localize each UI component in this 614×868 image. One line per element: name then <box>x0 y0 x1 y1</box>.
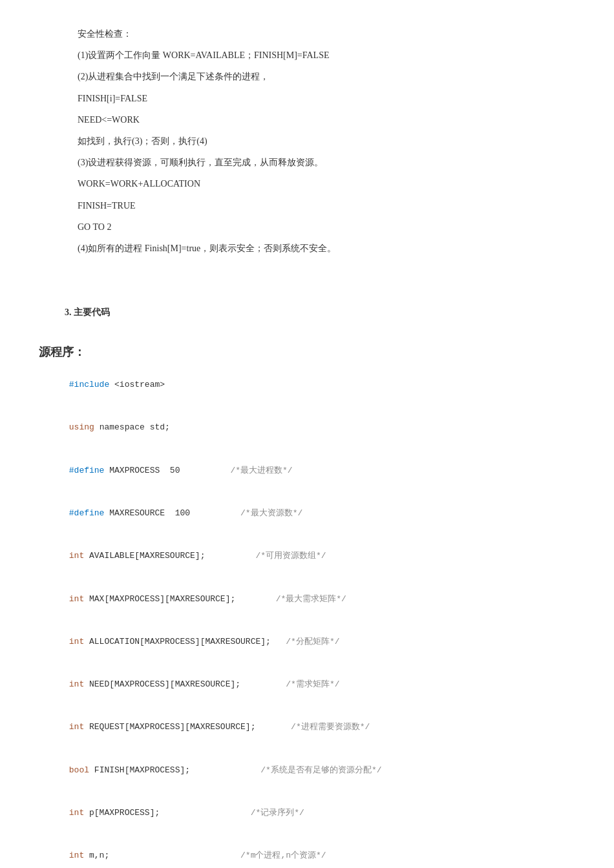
spacer3 <box>39 325 575 338</box>
code-line-max: int MAX[MAXPROCESS][MAXRESOURCE]; /*最大需求… <box>39 577 575 620</box>
code-line-available: int AVAILABLE[MAXRESOURCE]; /*可用资源数组*/ <box>39 535 575 577</box>
code-line-using: using namespace std; <box>39 406 575 449</box>
section-label: 主要代码 <box>74 307 110 317</box>
intro-line-5: (3)设进程获得资源，可顺利执行，直至完成，从而释放资源。 <box>78 154 575 170</box>
intro-title: 安全性检查： <box>78 26 575 42</box>
intro-line-2: (2)从进程集合中找到一个满足下述条件的进程， <box>78 68 575 85</box>
intro-line-finish-false: FINISH[i]=FALSE <box>78 90 575 107</box>
intro-line-4: 如找到，执行(3)；否则，执行(4) <box>78 133 575 149</box>
intro-section: 安全性检查： (1)设置两个工作向量 WORK=AVAILABLE；FINISH… <box>39 26 575 256</box>
code-block: #include <iostream> using namespace std;… <box>39 364 575 868</box>
code-line-finish: bool FINISH[MAXPROCESS]; /*系统是否有足够的资源分配*… <box>39 749 575 792</box>
code-line-include: #include <iostream> <box>39 364 575 406</box>
code-line-request: int REQUEST[MAXPROCESS][MAXRESOURCE]; /*… <box>39 706 575 749</box>
intro-line-need: NEED<=WORK <box>78 112 575 128</box>
page-content: 安全性检查： (1)设置两个工作向量 WORK=AVAILABLE；FINISH… <box>39 26 575 868</box>
section-title: 3. 主要代码 <box>65 307 575 318</box>
code-line-allocation: int ALLOCATION[MAXPROCESS][MAXRESOURCE];… <box>39 621 575 663</box>
spacer2 <box>39 274 575 287</box>
code-line-define2: #define MAXRESOURCE 100 /*最大资源数*/ <box>39 492 575 535</box>
intro-line-work: WORK=WORK+ALLOCATION <box>78 176 575 192</box>
code-line-p: int p[MAXPROCESS]; /*记录序列*/ <box>39 792 575 834</box>
intro-line-goto: GO TO 2 <box>78 219 575 235</box>
intro-line-1: (1)设置两个工作向量 WORK=AVAILABLE；FINISH[M]=FAL… <box>78 47 575 63</box>
source-title: 源程序： <box>39 344 575 360</box>
intro-line-finish-true: FINISH=TRUE <box>78 198 575 214</box>
intro-line-9: (4)如所有的进程 Finish[M]=true，则表示安全；否则系统不安全。 <box>78 240 575 256</box>
section-number: 3. <box>65 307 72 317</box>
code-line-define1: #define MAXPROCESS 50 /*最大进程数*/ <box>39 450 575 492</box>
spacer1 <box>39 262 575 274</box>
code-line-mn: int m,n; /*m个进程,n个资源*/ <box>39 834 575 868</box>
code-line-need: int NEED[MAXPROCESS][MAXRESOURCE]; /*需求矩… <box>39 663 575 706</box>
